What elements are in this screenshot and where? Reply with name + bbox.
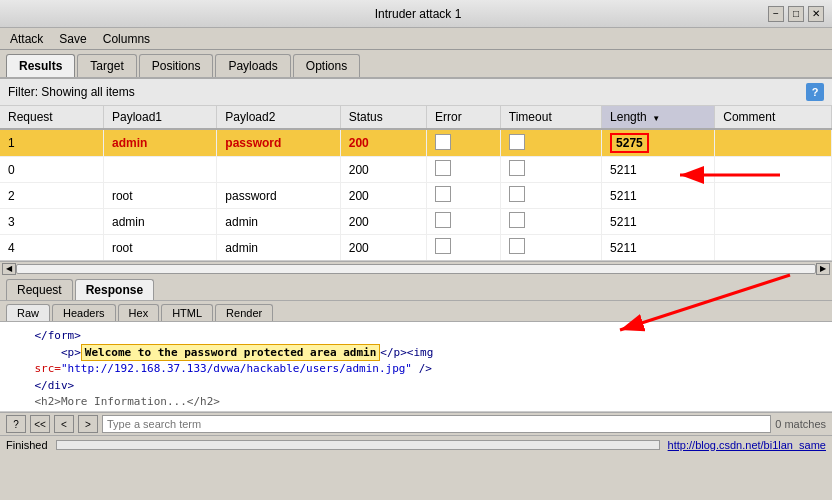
timeout-checkbox[interactable] (509, 212, 525, 228)
search-input[interactable] (102, 415, 771, 433)
col-length[interactable]: Length ▼ (602, 106, 715, 129)
highlight-text: Welcome to the password protected area a… (81, 344, 380, 361)
length-highlight-box: 5275 (610, 133, 649, 153)
match-count: 0 matches (775, 418, 826, 430)
tab-results[interactable]: Results (6, 54, 75, 77)
table-row[interactable]: 4rootadmin2005211 (0, 235, 832, 261)
col-timeout[interactable]: Timeout (500, 106, 601, 129)
tab-payloads[interactable]: Payloads (215, 54, 290, 77)
code-line-5: <h2>More Information...</h2> (8, 394, 824, 411)
titlebar-controls: − □ ✕ (768, 6, 824, 22)
horizontal-scrollbar[interactable]: ◀ ▶ (0, 261, 832, 275)
error-checkbox[interactable] (435, 160, 451, 176)
status-bar: Finished http://blog.csdn.net/bi1lan_sam… (0, 435, 832, 453)
col-comment[interactable]: Comment (715, 106, 832, 129)
col-payload2[interactable]: Payload2 (217, 106, 340, 129)
timeout-checkbox[interactable] (509, 160, 525, 176)
tab-options[interactable]: Options (293, 54, 360, 77)
col-status[interactable]: Status (340, 106, 426, 129)
tab-response[interactable]: Response (75, 279, 154, 300)
subtab-raw[interactable]: Raw (6, 304, 50, 321)
tab-request[interactable]: Request (6, 279, 73, 300)
table-row[interactable]: 3adminadmin2005211 (0, 209, 832, 235)
results-table: Request Payload1 Payload2 Status Error T… (0, 106, 832, 261)
tab-positions[interactable]: Positions (139, 54, 214, 77)
prev-button[interactable]: < (54, 415, 74, 433)
subtab-headers[interactable]: Headers (52, 304, 116, 321)
menu-attack[interactable]: Attack (4, 30, 49, 48)
help-button[interactable]: ? (6, 415, 26, 433)
prev-prev-button[interactable]: << (30, 415, 50, 433)
menubar: Attack Save Columns (0, 28, 832, 50)
status-progress (56, 440, 660, 450)
search-bar: ? << < > 0 matches (0, 412, 832, 435)
titlebar-title: Intruder attack 1 (68, 7, 768, 21)
format-tabs: Raw Headers Hex HTML Render (0, 301, 832, 322)
close-button[interactable]: ✕ (808, 6, 824, 22)
status-url: http://blog.csdn.net/bi1lan_same (668, 439, 826, 451)
main-tabs: Results Target Positions Payloads Option… (0, 50, 832, 79)
error-checkbox[interactable] (435, 134, 451, 150)
code-line-1: </form> (8, 328, 824, 345)
col-payload1[interactable]: Payload1 (103, 106, 216, 129)
menu-columns[interactable]: Columns (97, 30, 156, 48)
timeout-checkbox[interactable] (509, 238, 525, 254)
subtab-html[interactable]: HTML (161, 304, 213, 321)
code-line-4: </div> (8, 378, 824, 395)
menu-save[interactable]: Save (53, 30, 92, 48)
col-error[interactable]: Error (426, 106, 500, 129)
filter-bar: Filter: Showing all items ? (0, 79, 832, 106)
response-tabs: Request Response (0, 275, 832, 301)
error-checkbox[interactable] (435, 212, 451, 228)
results-table-container: Request Payload1 Payload2 Status Error T… (0, 106, 832, 261)
scroll-left-arrow[interactable]: ◀ (2, 263, 16, 275)
error-checkbox[interactable] (435, 238, 451, 254)
code-line-3: src="http://192.168.37.133/dvwa/hackable… (8, 361, 824, 378)
table-row[interactable]: 02005211 (0, 157, 832, 183)
minimize-button[interactable]: − (768, 6, 784, 22)
timeout-checkbox[interactable] (509, 134, 525, 150)
titlebar: Intruder attack 1 − □ ✕ (0, 0, 832, 28)
next-button[interactable]: > (78, 415, 98, 433)
sort-icon: ▼ (652, 114, 660, 123)
maximize-button[interactable]: □ (788, 6, 804, 22)
scroll-track[interactable] (16, 264, 816, 274)
timeout-checkbox[interactable] (509, 186, 525, 202)
table-row[interactable]: 2rootpassword2005211 (0, 183, 832, 209)
scroll-right-arrow[interactable]: ▶ (816, 263, 830, 275)
filter-help-button[interactable]: ? (806, 83, 824, 101)
code-line-2: <p>Welcome to the password protected are… (8, 345, 824, 362)
col-request[interactable]: Request (0, 106, 103, 129)
tab-target[interactable]: Target (77, 54, 136, 77)
error-checkbox[interactable] (435, 186, 451, 202)
table-row[interactable]: 1adminpassword2005275 (0, 129, 832, 157)
response-code: </form> <p>Welcome to the password prote… (0, 322, 832, 412)
status-text: Finished (6, 439, 48, 451)
subtab-hex[interactable]: Hex (118, 304, 160, 321)
filter-label: Filter: Showing all items (8, 85, 135, 99)
subtab-render[interactable]: Render (215, 304, 273, 321)
